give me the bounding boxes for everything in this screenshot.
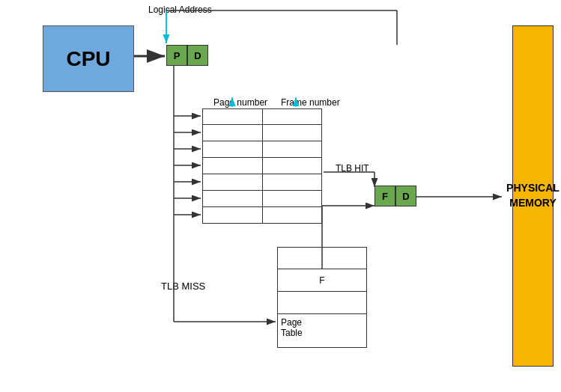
page-row xyxy=(277,292,367,314)
tlb-cell xyxy=(202,125,262,141)
page-number-label: Page number xyxy=(213,97,267,108)
page-row xyxy=(277,247,367,269)
page-cell-label: Page Table xyxy=(277,314,367,348)
tlb-cell xyxy=(262,108,322,125)
tlb-row xyxy=(202,174,322,191)
page-row: Page Table xyxy=(277,314,367,337)
tlb-cell xyxy=(262,158,322,174)
tlb-miss-label: TLB MISS xyxy=(161,281,205,292)
page-cell xyxy=(277,292,367,314)
tlb-row xyxy=(202,207,322,224)
page-label-2: Table xyxy=(281,328,303,338)
physical-memory-label: PHYSICAL MEMORY xyxy=(506,181,560,210)
diagram-container: CPU Logical Address P D Page number Fram… xyxy=(0,0,561,392)
tlb-cell xyxy=(262,174,322,191)
p-box: P xyxy=(166,45,187,66)
tlb-cell xyxy=(202,141,262,158)
tlb-hit-label: TLB HIT xyxy=(336,163,369,174)
tlb-row xyxy=(202,125,322,141)
tlb-table xyxy=(202,108,322,224)
page-cell-f: F xyxy=(277,269,367,292)
tlb-row xyxy=(202,108,322,125)
tlb-cell xyxy=(202,108,262,125)
frame-number-label: Frame number xyxy=(281,97,340,108)
page-row: F xyxy=(277,269,367,292)
tlb-cell xyxy=(262,191,322,207)
tlb-cell xyxy=(202,191,262,207)
tlb-row xyxy=(202,141,322,158)
f-box: F xyxy=(374,186,395,206)
tlb-cell xyxy=(202,174,262,191)
page-table: F Page Table xyxy=(277,247,367,337)
tlb-row xyxy=(202,191,322,207)
tlb-row xyxy=(202,158,322,174)
page-label-1: Page xyxy=(281,317,302,328)
page-cell xyxy=(277,247,367,269)
pd-container: P D xyxy=(166,45,208,66)
tlb-cell xyxy=(262,125,322,141)
physical-memory: PHYSICAL MEMORY xyxy=(512,25,554,367)
tlb-cell xyxy=(262,207,322,224)
tlb-cell xyxy=(202,207,262,224)
fd-container: F D xyxy=(374,186,416,206)
tlb-cell xyxy=(262,141,322,158)
d-box: D xyxy=(187,45,208,66)
cpu-box: CPU xyxy=(43,25,134,92)
cpu-label: CPU xyxy=(66,47,110,71)
logical-address-label: Logical Address xyxy=(148,4,212,15)
tlb-cell xyxy=(202,158,262,174)
d-box-fd: D xyxy=(395,186,416,206)
